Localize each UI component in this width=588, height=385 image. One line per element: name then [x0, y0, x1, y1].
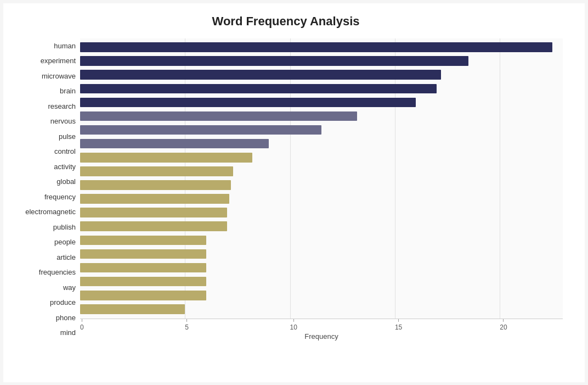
y-label: human: [54, 42, 76, 49]
bar-row: [80, 233, 563, 247]
bar: [80, 236, 206, 245]
x-tick-label: 0: [80, 323, 84, 331]
y-label: research: [48, 103, 76, 110]
y-label: activity: [54, 163, 76, 170]
bar-row: [80, 41, 563, 54]
bar-row: [80, 275, 563, 288]
bar: [80, 70, 441, 80]
bar-row: [80, 68, 563, 82]
x-tick-line: [503, 319, 504, 322]
x-tick: 5: [185, 319, 189, 331]
y-label: mind: [60, 329, 76, 336]
bar: [80, 180, 231, 190]
x-tick: 15: [395, 319, 402, 331]
y-label: electromagnetic: [25, 208, 76, 215]
bar-row: [80, 302, 563, 316]
y-label: control: [54, 148, 76, 155]
bars-and-xaxis: Frequency 05101520: [80, 38, 563, 341]
bar: [80, 153, 252, 163]
bar-row: [80, 137, 563, 150]
bar: [80, 221, 227, 231]
y-label: produce: [50, 299, 76, 306]
bar: [80, 125, 321, 135]
y-label: frequencies: [39, 269, 76, 276]
y-label: article: [56, 254, 76, 261]
y-label: global: [56, 178, 76, 185]
y-label: publish: [53, 224, 76, 231]
bars-area: [80, 38, 563, 319]
bar: [80, 42, 552, 52]
bar: [80, 277, 206, 287]
bar: [80, 291, 206, 300]
x-tick-line: [293, 319, 294, 322]
bar: [80, 208, 227, 217]
bar: [80, 194, 229, 204]
y-label: nervous: [50, 118, 76, 125]
bar: [80, 263, 206, 273]
bar: [80, 249, 206, 259]
bar-row: [80, 178, 563, 192]
y-label: way: [63, 284, 76, 291]
bar: [80, 304, 185, 314]
y-labels: humanexperimentmicrowavebrainresearchner…: [9, 38, 80, 341]
bar: [80, 56, 468, 66]
bar-row: [80, 247, 563, 261]
bar-row: [80, 192, 563, 206]
y-label: brain: [60, 87, 76, 94]
y-label: phone: [56, 314, 76, 321]
bar-row: [80, 109, 563, 123]
bars-inner: [80, 38, 563, 319]
bar-row: [80, 123, 563, 137]
x-axis-title: Frequency: [304, 332, 338, 341]
bar-row: [80, 54, 563, 68]
bar: [80, 98, 416, 108]
x-tick-label: 20: [500, 323, 507, 331]
bar: [80, 166, 233, 176]
x-tick: 10: [290, 319, 297, 331]
bar-row: [80, 82, 563, 96]
y-label: microwave: [42, 72, 76, 80]
bar-row: [80, 288, 563, 302]
bar-row: [80, 220, 563, 233]
bar: [80, 111, 357, 121]
bar-row: [80, 150, 563, 164]
chart-title: Word Frequency Analysis: [9, 14, 563, 29]
x-tick-label: 5: [185, 323, 189, 331]
x-tick-line: [398, 319, 399, 322]
x-tick-line: [82, 319, 82, 322]
y-label: people: [54, 238, 76, 245]
y-label: pulse: [59, 133, 76, 140]
bar-row: [80, 96, 563, 109]
x-tick: 0: [80, 319, 84, 331]
x-tick-label: 10: [290, 323, 297, 331]
x-tick: 20: [500, 319, 507, 331]
x-axis: Frequency 05101520: [80, 319, 563, 341]
x-tick-line: [186, 319, 187, 322]
y-label: experiment: [41, 57, 76, 64]
bar-row: [80, 164, 563, 178]
bar: [80, 84, 437, 94]
bar: [80, 139, 269, 149]
chart-container: Word Frequency Analysis humanexperimentm…: [3, 3, 585, 382]
bar-row: [80, 261, 563, 275]
y-label: frequency: [44, 193, 76, 200]
x-tick-label: 15: [395, 323, 402, 331]
bar-row: [80, 206, 563, 220]
chart-area: humanexperimentmicrowavebrainresearchner…: [9, 38, 563, 341]
